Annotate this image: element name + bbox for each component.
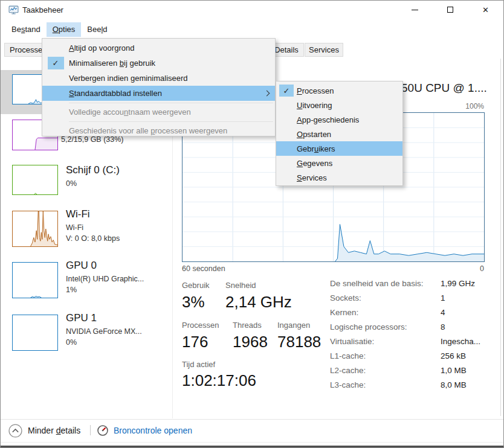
menu-item-standaardtabblad-instellen[interactable]: Standaardtabblad instellen	[42, 86, 275, 101]
broncontrole-openen-link[interactable]: Broncontrole openen	[97, 423, 192, 438]
task-manager-app-icon	[8, 5, 19, 15]
checked-indicator: ✓	[48, 57, 64, 69]
checked-indicator: ✓	[279, 85, 294, 97]
menu-item-volledige-accountnaam-weergeven[interactable]: Volledige accountnaam weergeven	[42, 104, 275, 120]
submenu-item-label: Opstarten	[297, 130, 331, 139]
sidebar-item-gpu0[interactable]: GPU 0 Intel(R) UHD Graphic... 1%	[1, 258, 168, 306]
gpu0-thumbnail-graph	[13, 263, 57, 298]
minder-details-label: Minder details	[28, 426, 80, 435]
submenu-item-gegevens[interactable]: Gegevens	[276, 156, 402, 170]
processen-label: Processen	[182, 321, 219, 330]
snelheid-label: Snelheid	[225, 281, 256, 290]
info-row-virtualisatie: Virtualisatie: Ingescha...	[330, 337, 490, 351]
tab-services[interactable]: Services	[305, 43, 343, 57]
task-manager-window: Taakbeheer ✕ Bestand Opties Beeld Proces…	[0, 0, 504, 448]
submenu-item-uitvoering[interactable]: Uitvoering	[276, 98, 402, 112]
menu-beeld[interactable]: Beeld	[81, 22, 113, 37]
minimize-icon	[412, 10, 418, 10]
info-row-logische-processors: Logische processors: 8	[330, 322, 490, 337]
gpu1-title: GPU 1	[66, 312, 97, 324]
gpu0-thumbnail	[12, 262, 58, 298]
ingangen-label: Ingangen	[277, 321, 310, 330]
close-button[interactable]: ✕	[472, 1, 499, 19]
chevron-up-circle-icon	[8, 424, 22, 438]
submenu-arrow-icon	[264, 91, 270, 97]
submenu-item-processen[interactable]: ✓ Processen	[276, 83, 402, 98]
submenu-item-label: Uitvoering	[297, 101, 332, 110]
info-row-l3-cache: L3-cache: 8,0 MB	[330, 380, 490, 395]
gebruik-value: 3%	[182, 293, 205, 312]
menu-item-verbergen-indien-geminimaliseerd[interactable]: Verbergen indien geminimaliseerd	[42, 71, 275, 86]
processen-value: 176	[182, 333, 208, 351]
wifi-thumbnail-graph	[13, 211, 57, 246]
submenu-item-label: App-geschiedenis	[297, 115, 359, 124]
menu-opties[interactable]: Opties	[47, 22, 82, 37]
footer-bottom-line	[1, 442, 504, 443]
menu-item-label: Geschiedenis voor alle processen weergev…	[69, 126, 227, 135]
submenu-item-label: Processen	[297, 86, 334, 95]
disk-thumbnail	[12, 165, 58, 195]
tijd-actief-label: Tijd actief	[182, 360, 215, 369]
submenu-item-label: Gebruikers	[297, 144, 335, 153]
threads-value: 1968	[233, 333, 268, 351]
disk-percent: 0%	[66, 179, 77, 188]
disk-thumbnail-graph	[13, 165, 57, 194]
gebruik-label: Gebruik	[182, 281, 210, 290]
threads-label: Threads	[233, 321, 262, 330]
menu-item-geschiedenis-voor-alle-processen[interactable]: Geschiedenis voor alle processen weergev…	[42, 123, 275, 138]
info-row-l2-cache: L2-cache: 1,0 MB	[330, 366, 490, 380]
sidebar-item-gpu1[interactable]: GPU 1 NVIDIA GeForce MX... 0%	[1, 310, 168, 359]
check-icon: ✓	[283, 86, 290, 95]
window-bottom-border	[1, 446, 503, 447]
submenu-item-app-geschiedenis[interactable]: App-geschiedenis	[276, 112, 402, 127]
submenu-item-opstarten[interactable]: Opstarten	[276, 127, 402, 141]
gpu1-device-name: NVIDIA GeForce MX...	[66, 327, 142, 336]
cpu-info-list: De snelheid van de basis: 1,99 GHz Socke…	[330, 279, 490, 395]
gpu1-thumbnail-graph	[13, 315, 57, 350]
sidebar-item-wifi[interactable]: Wi-Fi Wi-Fi V: 0 O: 8,0 kbps	[1, 206, 168, 255]
window-title: Taakbeheer	[22, 5, 63, 14]
footer-separator	[90, 425, 91, 435]
menu-item-altijd-op-voorgrond[interactable]: Altijd op voorgrond	[42, 40, 275, 56]
tijd-actief-value: 1:02:17:06	[182, 371, 256, 390]
menu-item-label: Minimaliseren bij gebruik	[69, 59, 155, 68]
menu-bar: Bestand Opties Beeld	[1, 22, 114, 37]
wifi-network-name: Wi-Fi	[66, 223, 83, 232]
maximize-icon	[447, 7, 453, 13]
menu-item-label: Volledige accountnaam weergeven	[69, 107, 191, 117]
menu-item-label: Verbergen indien geminimaliseerd	[69, 74, 188, 83]
minder-details-button[interactable]: Minder details	[8, 423, 80, 438]
gpu0-percent: 1%	[66, 286, 77, 294]
graph-x-left-label: 60 seconden	[182, 264, 225, 273]
broncontrole-openen-label: Broncontrole openen	[114, 426, 192, 435]
wifi-throughput: V: 0 O: 8,0 kbps	[66, 234, 120, 243]
info-row-l1-cache: L1-cache: 256 kB	[330, 351, 490, 366]
sidebar-item-schijf[interactable]: Schijf 0 (C:) 0%	[1, 161, 168, 203]
submenu-item-gebruikers[interactable]: Gebruikers	[276, 141, 402, 156]
minimize-button[interactable]	[401, 1, 428, 19]
gpu1-percent: 0%	[66, 338, 77, 347]
cpu-device-name-partial: 50U CPU @ 1....	[401, 82, 487, 95]
title-bar: Taakbeheer ✕	[1, 1, 503, 19]
wifi-title: Wi-Fi	[66, 208, 90, 220]
maximize-button[interactable]	[436, 1, 464, 19]
main-panel-scrollbar[interactable]	[500, 59, 501, 416]
menu-item-label: Altijd op voorgrond	[69, 43, 134, 53]
gpu1-thumbnail	[12, 315, 58, 351]
ingangen-value: 78188	[277, 333, 321, 351]
close-icon: ✕	[482, 6, 489, 14]
check-icon: ✓	[53, 59, 59, 68]
gpu0-title: GPU 0	[66, 260, 97, 272]
menu-item-minimaliseren-bij-gebruik[interactable]: ✓ Minimaliseren bij gebruik	[42, 56, 275, 71]
opties-dropdown-menu: Altijd op voorgrond ✓ Minimaliseren bij …	[42, 38, 276, 136]
snelheid-value: 2,14 GHz	[225, 293, 292, 312]
resource-monitor-gauge-icon	[97, 424, 109, 437]
footer-divider	[1, 419, 503, 420]
menu-bestand[interactable]: Bestand	[5, 22, 47, 37]
submenu-item-services[interactable]: Services	[276, 170, 402, 185]
wifi-thumbnail	[12, 211, 58, 247]
info-row-kernen: Kernen: 4	[330, 308, 490, 322]
submenu-item-label: Services	[297, 173, 327, 182]
graph-x-right-label: 0	[448, 264, 484, 273]
gpu0-device-name: Intel(R) UHD Graphic...	[66, 275, 144, 283]
